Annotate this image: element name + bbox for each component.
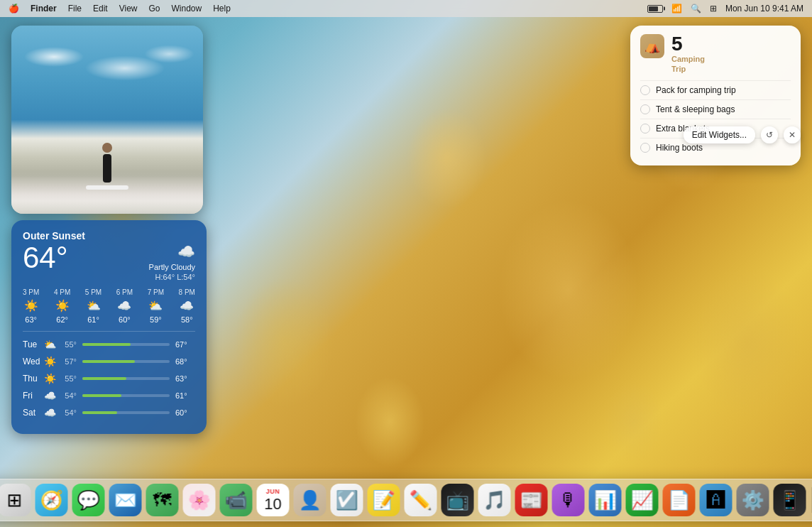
dock-icon-appletv: 📺 bbox=[446, 489, 469, 511]
daily-high: 63° bbox=[175, 374, 195, 383]
window-menu[interactable]: Window bbox=[172, 4, 202, 13]
edit-menu[interactable]: Edit bbox=[93, 4, 108, 13]
rotate-widget-button[interactable]: ↺ bbox=[761, 126, 778, 143]
daily-low: 55° bbox=[57, 340, 77, 349]
dock-icon-contacts: 👤 bbox=[299, 489, 322, 511]
weather-widget: Outer Sunset 64° ☁️ Partly Cloudy H:64° … bbox=[11, 220, 207, 434]
surfer-head bbox=[102, 143, 112, 153]
finder-menu[interactable]: Finder bbox=[31, 4, 57, 13]
dock-icon-freeform: ✏️ bbox=[410, 489, 432, 511]
hourly-icon: ☁️ bbox=[117, 299, 131, 313]
reminder-checkbox[interactable] bbox=[640, 124, 650, 134]
dock-item-podcasts[interactable]: 🎙 bbox=[552, 484, 585, 516]
dock-item-news[interactable]: 📰 bbox=[515, 484, 548, 516]
daily-icon: ☀️ bbox=[43, 373, 57, 384]
calendar-month: JUN bbox=[266, 488, 280, 495]
hourly-icon: ⛅ bbox=[87, 299, 101, 313]
daily-bar-container bbox=[82, 394, 170, 397]
daily-day: Wed bbox=[23, 357, 43, 366]
daily-bar bbox=[82, 411, 117, 414]
dock-item-pages[interactable]: 📄 bbox=[663, 484, 696, 516]
reminders-items-list: Pack for camping trip Tent & sleeping ba… bbox=[640, 80, 791, 157]
dock-icon-mail: ✉️ bbox=[114, 489, 137, 511]
hourly-temp: 63° bbox=[25, 315, 37, 324]
edit-widgets-button[interactable]: Edit Widgets... bbox=[684, 126, 755, 143]
dock-icon-podcasts: 🎙 bbox=[559, 489, 578, 511]
hourly-time: 4 PM bbox=[54, 288, 70, 296]
hourly-time: 5 PM bbox=[85, 288, 102, 296]
dock-icon-settings: ⚙️ bbox=[742, 489, 764, 511]
file-menu[interactable]: File bbox=[68, 4, 82, 13]
daily-forecast: Tue ⛅ 55° 67° Wed ☀️ 57° 68° Thu ☀️ 55° … bbox=[23, 339, 195, 418]
dock-item-safari[interactable]: 🧭 bbox=[35, 484, 68, 516]
dock-item-reminders[interactable]: ☑️ bbox=[331, 484, 363, 516]
dock-icon-messages: 💬 bbox=[77, 489, 100, 511]
help-menu[interactable]: Help bbox=[213, 4, 231, 13]
menubar: 🍎 Finder File Edit View Go Window Help 📶… bbox=[0, 0, 812, 17]
daily-icon: ☀️ bbox=[43, 356, 57, 367]
dock-icon-news: 📰 bbox=[520, 489, 543, 511]
dock-item-facetime[interactable]: 📹 bbox=[220, 484, 253, 516]
hourly-icon: ☀️ bbox=[24, 299, 38, 313]
daily-bar-container bbox=[82, 411, 170, 414]
reminders-header: ⛺ 5 CampingTrip bbox=[640, 34, 791, 75]
daily-bar bbox=[82, 360, 135, 363]
hourly-item: 5 PM ⛅ 61° bbox=[85, 288, 102, 324]
dock-item-photos[interactable]: 🌸 bbox=[183, 484, 216, 516]
hourly-icon: ☁️ bbox=[180, 299, 194, 313]
reminder-item[interactable]: Tent & sleeping bags bbox=[640, 99, 791, 119]
dock-item-notes[interactable]: 📝 bbox=[368, 484, 400, 516]
hourly-time: 8 PM bbox=[179, 288, 195, 296]
hourly-item: 7 PM ⛅ 59° bbox=[148, 288, 164, 324]
dock-item-freeform[interactable]: ✏️ bbox=[405, 484, 437, 516]
view-menu[interactable]: View bbox=[119, 4, 138, 13]
hourly-icon: ⛅ bbox=[148, 299, 163, 313]
weather-condition-text: Partly Cloudy bbox=[149, 263, 195, 271]
daily-bar-container bbox=[82, 360, 170, 363]
dock-icon-notes: 📝 bbox=[373, 489, 395, 511]
search-icon[interactable]: 🔍 bbox=[691, 4, 701, 13]
reminder-checkbox[interactable] bbox=[640, 85, 650, 95]
dock-item-iphone[interactable]: 📱 bbox=[774, 484, 806, 516]
dock-item-calendar[interactable]: JUN 10 bbox=[257, 484, 290, 516]
controlcenter-icon[interactable]: ⊞ bbox=[710, 4, 717, 13]
reminders-count-block: 5 CampingTrip bbox=[671, 34, 705, 75]
dock-item-appletv[interactable]: 📺 bbox=[441, 484, 474, 516]
go-menu[interactable]: Go bbox=[149, 4, 160, 13]
dock-item-launchpad[interactable]: ⊞ bbox=[0, 484, 31, 516]
dock-icon-launchpad: ⊞ bbox=[7, 489, 23, 511]
dock-item-settings[interactable]: ⚙️ bbox=[737, 484, 769, 516]
dock-item-numbers[interactable]: 📈 bbox=[626, 484, 659, 516]
daily-day: Tue bbox=[23, 339, 43, 349]
reminder-text: Hiking boots bbox=[656, 143, 703, 153]
dock-item-maps[interactable]: 🗺 bbox=[146, 484, 179, 516]
dock-item-appstore[interactable]: 🅰 bbox=[700, 484, 733, 516]
daily-low: 54° bbox=[57, 408, 77, 417]
dock-icon-keynote: 📊 bbox=[594, 489, 617, 511]
reminder-item[interactable]: Pack for camping trip bbox=[640, 80, 791, 99]
dock-item-music[interactable]: 🎵 bbox=[478, 484, 511, 516]
close-widget-button[interactable]: ✕ bbox=[784, 126, 801, 143]
dock-item-messages[interactable]: 💬 bbox=[72, 484, 105, 516]
calendar-day: 10 bbox=[264, 495, 281, 514]
dock-item-keynote[interactable]: 📊 bbox=[589, 484, 622, 516]
reminder-checkbox[interactable] bbox=[640, 104, 650, 114]
weather-sun-icon: ☁️ bbox=[149, 243, 195, 260]
dock-item-contacts[interactable]: 👤 bbox=[294, 484, 327, 516]
daily-low: 57° bbox=[57, 357, 77, 366]
daily-forecast-row: Thu ☀️ 55° 63° bbox=[23, 373, 195, 384]
weather-temperature: 64° bbox=[23, 243, 68, 273]
reminder-text: Pack for camping trip bbox=[656, 85, 736, 95]
apple-menu[interactable]: 🍎 bbox=[9, 4, 19, 13]
dock-icon-pages: 📄 bbox=[668, 489, 691, 511]
reminders-list-title: CampingTrip bbox=[671, 54, 705, 75]
daily-high: 67° bbox=[175, 340, 195, 349]
daily-forecast-row: Tue ⛅ 55° 67° bbox=[23, 339, 195, 350]
reminder-checkbox[interactable] bbox=[640, 143, 650, 153]
dock-item-mail[interactable]: ✉️ bbox=[109, 484, 142, 516]
daily-bar bbox=[82, 343, 131, 346]
dock-icon-appstore: 🅰 bbox=[707, 489, 725, 511]
daily-bar-container bbox=[82, 377, 170, 380]
hourly-item: 8 PM ☁️ 58° bbox=[179, 288, 195, 324]
daily-icon: ⛅ bbox=[43, 339, 57, 350]
